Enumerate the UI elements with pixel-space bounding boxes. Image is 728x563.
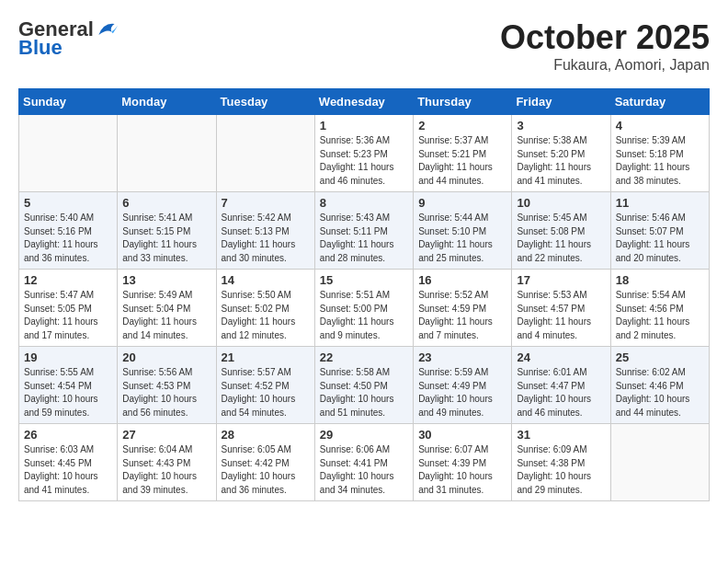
calendar-cell: 26Sunrise: 6:03 AMSunset: 4:45 PMDayligh… <box>19 424 118 501</box>
day-number: 11 <box>616 196 704 210</box>
day-info: Sunrise: 6:05 AMSunset: 4:42 PMDaylight:… <box>222 443 310 497</box>
day-number: 20 <box>122 350 210 364</box>
calendar-cell: 24Sunrise: 6:01 AMSunset: 4:47 PMDayligh… <box>512 347 610 424</box>
calendar-cell: 8Sunrise: 5:43 AMSunset: 5:11 PMDaylight… <box>314 192 413 270</box>
calendar-week-row: 26Sunrise: 6:03 AMSunset: 4:45 PMDayligh… <box>19 424 710 501</box>
day-number: 10 <box>517 196 605 210</box>
calendar-cell: 4Sunrise: 5:39 AMSunset: 5:18 PMDaylight… <box>610 115 709 192</box>
day-info: Sunrise: 5:49 AMSunset: 5:04 PMDaylight:… <box>122 289 210 342</box>
weekday-header-tuesday: Tuesday <box>216 89 314 115</box>
calendar-week-row: 19Sunrise: 5:55 AMSunset: 4:54 PMDayligh… <box>19 347 710 424</box>
day-info: Sunrise: 6:03 AMSunset: 4:45 PMDaylight:… <box>24 443 112 497</box>
day-info: Sunrise: 5:57 AMSunset: 4:52 PMDaylight:… <box>222 366 310 419</box>
day-number: 1 <box>320 119 408 132</box>
day-info: Sunrise: 5:53 AMSunset: 4:57 PMDaylight:… <box>517 289 605 342</box>
calendar-cell: 5Sunrise: 5:40 AMSunset: 5:16 PMDaylight… <box>19 192 118 270</box>
calendar-cell <box>610 424 709 501</box>
calendar-cell: 28Sunrise: 6:05 AMSunset: 4:42 PMDayligh… <box>216 424 314 501</box>
calendar-cell: 11Sunrise: 5:46 AMSunset: 5:07 PMDayligh… <box>610 192 709 270</box>
day-number: 31 <box>517 428 605 442</box>
day-info: Sunrise: 5:51 AMSunset: 5:00 PMDaylight:… <box>320 289 408 342</box>
weekday-header-row: SundayMondayTuesdayWednesdayThursdayFrid… <box>19 89 710 115</box>
calendar-cell: 23Sunrise: 5:59 AMSunset: 4:49 PMDayligh… <box>414 347 512 424</box>
day-number: 19 <box>24 350 112 364</box>
calendar-cell: 18Sunrise: 5:54 AMSunset: 4:56 PMDayligh… <box>610 270 709 347</box>
logo: General Blue <box>18 18 118 59</box>
calendar-cell: 21Sunrise: 5:57 AMSunset: 4:52 PMDayligh… <box>216 347 314 424</box>
day-number: 6 <box>122 196 210 210</box>
weekday-header-saturday: Saturday <box>610 89 709 115</box>
calendar-cell: 29Sunrise: 6:06 AMSunset: 4:41 PMDayligh… <box>314 424 413 501</box>
calendar-cell: 31Sunrise: 6:09 AMSunset: 4:38 PMDayligh… <box>512 424 610 501</box>
calendar-cell: 19Sunrise: 5:55 AMSunset: 4:54 PMDayligh… <box>19 347 118 424</box>
day-info: Sunrise: 6:09 AMSunset: 4:38 PMDaylight:… <box>517 443 605 497</box>
month-title: October 2025 <box>500 18 710 57</box>
day-info: Sunrise: 5:58 AMSunset: 4:50 PMDaylight:… <box>320 366 408 419</box>
day-info: Sunrise: 5:38 AMSunset: 5:20 PMDaylight:… <box>517 134 605 188</box>
calendar-cell: 27Sunrise: 6:04 AMSunset: 4:43 PMDayligh… <box>118 424 216 501</box>
calendar-cell: 1Sunrise: 5:36 AMSunset: 5:23 PMDaylight… <box>314 115 413 192</box>
calendar-cell: 13Sunrise: 5:49 AMSunset: 5:04 PMDayligh… <box>118 270 216 347</box>
title-block: October 2025 Fukaura, Aomori, Japan <box>500 18 710 74</box>
day-info: Sunrise: 6:02 AMSunset: 4:46 PMDaylight:… <box>616 366 704 419</box>
calendar-cell <box>19 115 118 192</box>
calendar-cell: 22Sunrise: 5:58 AMSunset: 4:50 PMDayligh… <box>314 347 413 424</box>
day-info: Sunrise: 5:45 AMSunset: 5:08 PMDaylight:… <box>517 212 605 265</box>
day-info: Sunrise: 5:55 AMSunset: 4:54 PMDaylight:… <box>24 366 112 419</box>
day-number: 28 <box>222 428 310 442</box>
calendar-week-row: 1Sunrise: 5:36 AMSunset: 5:23 PMDaylight… <box>19 115 710 192</box>
day-number: 4 <box>616 119 704 132</box>
calendar-cell: 3Sunrise: 5:38 AMSunset: 5:20 PMDaylight… <box>512 115 610 192</box>
calendar-cell: 6Sunrise: 5:41 AMSunset: 5:15 PMDaylight… <box>118 192 216 270</box>
day-number: 12 <box>24 273 112 287</box>
calendar-cell: 2Sunrise: 5:37 AMSunset: 5:21 PMDaylight… <box>414 115 512 192</box>
calendar-cell: 14Sunrise: 5:50 AMSunset: 5:02 PMDayligh… <box>216 270 314 347</box>
calendar-cell: 30Sunrise: 6:07 AMSunset: 4:39 PMDayligh… <box>414 424 512 501</box>
weekday-header-wednesday: Wednesday <box>314 89 413 115</box>
location: Fukaura, Aomori, Japan <box>500 57 710 74</box>
day-number: 15 <box>320 273 408 287</box>
day-info: Sunrise: 5:36 AMSunset: 5:23 PMDaylight:… <box>320 134 408 188</box>
day-info: Sunrise: 5:37 AMSunset: 5:21 PMDaylight:… <box>418 134 506 188</box>
day-number: 25 <box>616 350 704 364</box>
day-number: 8 <box>320 196 408 210</box>
day-number: 27 <box>122 428 210 442</box>
day-info: Sunrise: 5:46 AMSunset: 5:07 PMDaylight:… <box>616 212 704 265</box>
calendar-cell: 17Sunrise: 5:53 AMSunset: 4:57 PMDayligh… <box>512 270 610 347</box>
calendar-cell: 15Sunrise: 5:51 AMSunset: 5:00 PMDayligh… <box>314 270 413 347</box>
day-number: 17 <box>517 273 605 287</box>
day-info: Sunrise: 5:43 AMSunset: 5:11 PMDaylight:… <box>320 212 408 265</box>
day-number: 29 <box>320 428 408 442</box>
weekday-header-monday: Monday <box>118 89 216 115</box>
day-info: Sunrise: 6:01 AMSunset: 4:47 PMDaylight:… <box>517 366 605 419</box>
day-number: 24 <box>517 350 605 364</box>
calendar-cell <box>118 115 216 192</box>
day-number: 18 <box>616 273 704 287</box>
day-number: 30 <box>418 428 506 442</box>
logo-bird-icon <box>96 20 118 39</box>
day-number: 14 <box>222 273 310 287</box>
day-info: Sunrise: 5:42 AMSunset: 5:13 PMDaylight:… <box>222 212 310 265</box>
day-info: Sunrise: 5:41 AMSunset: 5:15 PMDaylight:… <box>122 212 210 265</box>
calendar-cell: 7Sunrise: 5:42 AMSunset: 5:13 PMDaylight… <box>216 192 314 270</box>
day-number: 23 <box>418 350 506 364</box>
day-info: Sunrise: 5:54 AMSunset: 4:56 PMDaylight:… <box>616 289 704 342</box>
calendar-cell <box>216 115 314 192</box>
calendar-cell: 10Sunrise: 5:45 AMSunset: 5:08 PMDayligh… <box>512 192 610 270</box>
day-number: 5 <box>24 196 112 210</box>
day-number: 3 <box>517 119 605 132</box>
day-info: Sunrise: 6:04 AMSunset: 4:43 PMDaylight:… <box>122 443 210 497</box>
calendar-week-row: 5Sunrise: 5:40 AMSunset: 5:16 PMDaylight… <box>19 192 710 270</box>
day-info: Sunrise: 5:59 AMSunset: 4:49 PMDaylight:… <box>418 366 506 419</box>
day-number: 13 <box>122 273 210 287</box>
calendar-table: SundayMondayTuesdayWednesdayThursdayFrid… <box>18 88 710 501</box>
day-info: Sunrise: 6:06 AMSunset: 4:41 PMDaylight:… <box>320 443 408 497</box>
day-number: 26 <box>24 428 112 442</box>
day-info: Sunrise: 6:07 AMSunset: 4:39 PMDaylight:… <box>418 443 506 497</box>
day-number: 16 <box>418 273 506 287</box>
day-number: 2 <box>418 119 506 132</box>
calendar-cell: 9Sunrise: 5:44 AMSunset: 5:10 PMDaylight… <box>414 192 512 270</box>
page-header: General Blue October 2025 Fukaura, Aomor… <box>18 18 710 74</box>
day-info: Sunrise: 5:44 AMSunset: 5:10 PMDaylight:… <box>418 212 506 265</box>
day-number: 7 <box>222 196 310 210</box>
